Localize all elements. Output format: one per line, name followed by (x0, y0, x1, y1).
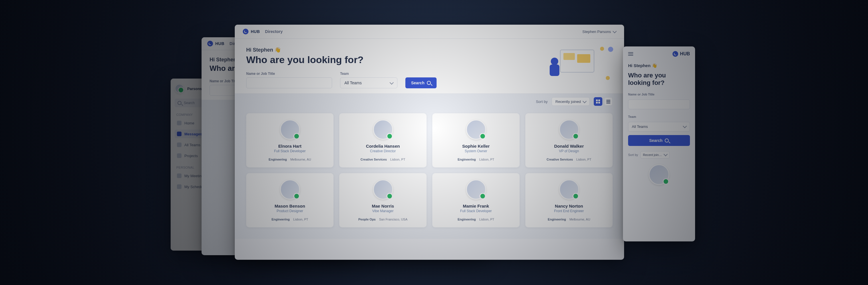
person-card[interactable]: Mason Benson Product Designer Engineerin… (246, 173, 334, 227)
person-card[interactable]: Cordelia Hansen Creative Director Creati… (339, 113, 427, 167)
name-label: Name or Job Title (246, 72, 332, 76)
person-role: Full Stack Developer (460, 209, 492, 213)
search-button[interactable]: Search (628, 135, 690, 146)
person-role: Vibe Manager (372, 209, 394, 213)
person-dept: Engineering (271, 218, 290, 221)
person-card[interactable]: Sophie Keller System Owner Engineering L… (432, 113, 520, 167)
sidebar-item-label: Projects (184, 154, 198, 158)
sidebar-item-label: All Teams (184, 143, 200, 147)
results-toolbar: Sort by Recently joined (235, 93, 624, 109)
team-select-value: All Teams (632, 124, 648, 129)
brand-logo[interactable]: HUB (673, 51, 690, 57)
person-card[interactable]: Mae Norris Vibe Manager People Ops San F… (339, 173, 427, 227)
person-dept: Engineering (548, 218, 566, 221)
mobile-app-window: HUB Hi Stephen 👋 Who are you looking for… (623, 47, 695, 241)
chevron-down-icon (663, 152, 668, 156)
hub-logo-icon (673, 51, 678, 57)
sort-label: Sort by (536, 99, 548, 104)
team-select[interactable]: All Teams (340, 78, 397, 88)
team-select[interactable]: All Teams (628, 122, 690, 132)
avatar (559, 179, 579, 200)
person-name: Mae Norris (372, 204, 394, 208)
avatar (649, 164, 669, 185)
main-app-window: HUB Directory Stephen Parsons Hi Stephen… (235, 25, 624, 260)
person-name: Elnora Hart (278, 144, 302, 148)
user-menu[interactable]: Stephen Parsons (582, 30, 616, 34)
gear-icon (608, 47, 613, 52)
avatar (280, 119, 300, 140)
hub-logo-icon (207, 41, 213, 47)
person-card[interactable]: Mamie Frank Full Stack Developer Enginee… (432, 173, 520, 227)
avatar (373, 179, 393, 200)
person-location: Lisbon, PT (576, 158, 591, 161)
avatar (175, 84, 184, 93)
person-role: Full Stack Developer (274, 149, 306, 153)
search-button-label: Search (649, 138, 663, 143)
calendar-icon (177, 173, 182, 178)
home-icon (177, 121, 182, 125)
person-location: Lisbon, PT (293, 218, 308, 221)
person-role: Product Designer (277, 209, 303, 213)
person-role: VP of Design (559, 149, 579, 153)
search-button[interactable]: Search (405, 78, 437, 88)
team-select-value: All Teams (344, 81, 362, 85)
page-headline: Who are you looking for? (628, 72, 690, 87)
chevron-down-icon (683, 124, 687, 128)
person-dept: People Ops (359, 218, 376, 221)
name-input[interactable] (628, 99, 690, 109)
person-card[interactable]: Elnora Hart Full Stack Developer Enginee… (246, 113, 334, 167)
person-location: Lisbon, PT (479, 218, 494, 221)
teams-icon (177, 142, 182, 147)
person-card[interactable]: Donald Walker VP of Design Creative Serv… (525, 113, 613, 167)
person-location: San Francisco, USA (379, 218, 407, 221)
sort-select[interactable]: Recently joined (552, 97, 590, 106)
field-name: Name or Job Title (246, 72, 332, 88)
brand-logo[interactable]: HUB (243, 29, 260, 34)
avatar (373, 119, 393, 140)
search-icon (178, 101, 182, 105)
person-role: Creative Director (370, 149, 396, 153)
grid-icon (596, 99, 600, 104)
search-button-label: Search (411, 81, 425, 85)
schedule-icon (177, 184, 182, 189)
topbar: HUB Directory Stephen Parsons (235, 25, 624, 39)
name-label: Name or Job Title (628, 93, 690, 96)
brand-name: HUB (251, 29, 260, 34)
sort-value: Recent join… (643, 153, 662, 156)
person-role: System Owner (465, 149, 487, 153)
person-dept: Engineering (269, 158, 287, 161)
sidebar-search-placeholder: Search (184, 101, 195, 105)
person-dept: Engineering (458, 218, 476, 221)
person-location: Lisbon, PT (390, 158, 405, 161)
sort-select[interactable]: Recent join… (641, 151, 670, 159)
person-name: Nancy Norton (555, 204, 583, 208)
hero-section: Hi Stephen 👋 Who are you looking for? Na… (235, 39, 624, 93)
person-dept: Creative Services (547, 158, 573, 161)
avatar (559, 119, 579, 140)
brand-logo[interactable]: HUB (207, 41, 224, 47)
search-icon (665, 139, 669, 142)
chevron-down-icon (613, 29, 617, 33)
name-input[interactable] (246, 78, 332, 88)
view-grid-button[interactable] (594, 97, 602, 106)
menu-button[interactable] (628, 52, 633, 56)
mobile-topbar: HUB (628, 51, 690, 57)
chevron-down-icon (390, 80, 394, 84)
view-list-button[interactable] (604, 97, 613, 106)
person-dept: Creative Services (361, 158, 387, 161)
people-grid: Elnora Hart Full Stack Developer Enginee… (235, 109, 624, 239)
avatar (466, 179, 486, 200)
chevron-down-icon (583, 99, 587, 103)
nav-directory[interactable]: Directory (265, 29, 283, 34)
projects-icon (177, 153, 182, 158)
hub-logo-icon (243, 29, 248, 34)
messages-icon (177, 132, 182, 136)
person-location: Melbourne, AU (569, 218, 590, 221)
person-name: Donald Walker (554, 144, 584, 148)
person-card[interactable]: Nancy Norton Front End Engineer Engineer… (525, 173, 613, 227)
person-name: Cordelia Hansen (366, 144, 400, 148)
sort-label: Sort by (628, 153, 638, 156)
sort-value: Recently joined (555, 99, 581, 104)
person-name: Mamie Frank (463, 204, 489, 208)
person-role: Front End Engineer (554, 209, 584, 213)
